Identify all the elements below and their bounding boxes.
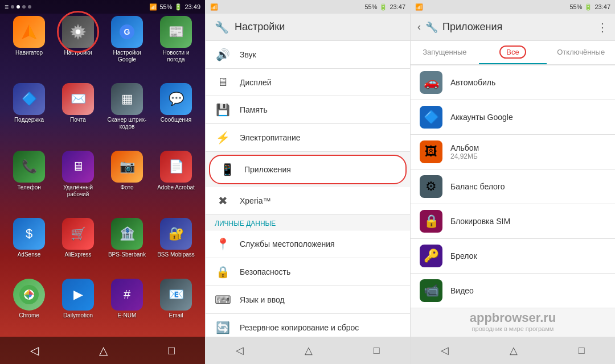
app-label-adsense: AdSense (18, 251, 41, 258)
app-label-aliexpress: AliExpress (64, 251, 91, 258)
apps-title: Приложения (442, 21, 592, 33)
app-item-navigator[interactable]: Навигатор (7, 16, 51, 78)
app-icon-bps: 🏦 (111, 218, 143, 250)
app-item-adsense[interactable]: $AdSense (7, 218, 51, 274)
app-label-settings-google: Настройки Google (105, 49, 149, 63)
app-icon-news: 📰 (160, 16, 192, 48)
app-label-enum: E-NUM (118, 312, 137, 319)
settings-item-1[interactable]: 🖥Дисплей (206, 69, 410, 96)
app-label-settings: Настройки (64, 49, 92, 56)
nav-bar-1: ◁ △ □ (0, 337, 205, 364)
dot1 (11, 5, 14, 9)
app-item-scanner[interactable]: ▦Сканер штрих-кодов (105, 83, 149, 146)
tab-отключённые[interactable]: Отключённые (547, 41, 615, 64)
app-list: 🚗Автомобиль🔷Аккаунты Google🖼Альбом24,92М… (411, 65, 615, 337)
app-label-scanner: Сканер штрих-кодов (105, 117, 149, 130)
more-options-icon[interactable]: ⋮ (597, 20, 608, 34)
back-arrow[interactable]: ‹ (417, 21, 421, 33)
settings-item-wrapper-4: 📱Приложения (206, 152, 410, 187)
app-item-settings[interactable]: Настройки (56, 16, 100, 78)
app-item-mail[interactable]: ✉️Почта (56, 83, 100, 146)
list-item-3[interactable]: ⚙Баланс белого (411, 169, 615, 204)
app-item-enum[interactable]: #E-NUM (105, 279, 149, 334)
settings-icon-3: ⚡ (215, 131, 231, 144)
list-info-4: Блокировка SIM (450, 217, 510, 226)
app-item-xperia[interactable]: 🔷Поддержка (7, 83, 51, 146)
settings-item-9[interactable]: 🔄Резервное копирование и сброс (206, 314, 410, 337)
list-icon-0: 🚗 (420, 71, 442, 94)
app-icon-settings (62, 16, 94, 48)
back-btn-2[interactable]: ◁ (236, 344, 244, 357)
app-label-news: Новости и погода (154, 49, 198, 63)
settings-item-3[interactable]: ⚡Электропитание (206, 124, 410, 152)
recents-btn-1[interactable]: □ (168, 344, 175, 357)
list-item-6[interactable]: 📹Видео (411, 274, 615, 308)
list-name-3: Баланс белого (450, 182, 505, 191)
list-icon-1: 🔷 (420, 106, 442, 129)
app-icon-dailymotion: ▶ (62, 279, 94, 311)
time-1: 23:49 (184, 3, 200, 10)
settings-icon-6: 📍 (215, 237, 231, 251)
settings-item-8[interactable]: ⌨Язык и ввод (206, 286, 410, 314)
settings-text-7: Безопасность (240, 267, 290, 276)
recents-btn-3[interactable]: □ (579, 345, 585, 357)
list-item-1[interactable]: 🔷Аккаунты Google (411, 100, 615, 135)
list-icon-5: 🔑 (420, 245, 442, 267)
list-info-6: Видео (450, 286, 474, 295)
tab-все[interactable]: Все (479, 41, 547, 64)
settings-item-2[interactable]: 💾Память (206, 96, 410, 124)
app-item-email[interactable]: 📧Email (154, 279, 198, 334)
settings-icon-7: 🔒 (215, 265, 231, 279)
app-item-sms[interactable]: 💬Сообщения (154, 83, 198, 146)
home-btn-1[interactable]: △ (99, 344, 108, 357)
back-btn-1[interactable]: ◁ (30, 344, 39, 357)
app-icon-chrome (13, 279, 45, 311)
app-item-bps[interactable]: 🏦BPS-Sberbank (105, 218, 149, 274)
home-btn-3[interactable]: △ (510, 344, 518, 357)
settings-item-7[interactable]: 🔒Безопасность (206, 258, 410, 286)
settings-icon-2: 💾 (215, 103, 231, 117)
settings-item-apps[interactable]: 📱Приложения (209, 155, 407, 184)
app-label-adobe: Adobe Acrobat (157, 184, 195, 191)
list-item-0[interactable]: 🚗Автомобиль (411, 65, 615, 100)
home-btn-2[interactable]: △ (305, 344, 313, 357)
settings-item-0[interactable]: 🔊Звук (206, 41, 410, 69)
list-info-0: Автомобиль (450, 78, 495, 87)
time-2: 23:47 (390, 3, 405, 10)
app-label-navigator: Навигатор (15, 49, 43, 56)
settings-item-6[interactable]: 📍Службы местоположения (206, 230, 410, 258)
back-btn-3[interactable]: ◁ (441, 344, 449, 357)
app-item-news[interactable]: 📰Новости и погода (154, 16, 198, 78)
battery-icon-2: 🔋 (379, 3, 387, 11)
app-label-xperia: Поддержка (14, 117, 44, 123)
list-item-4[interactable]: 🔒Блокировка SIM (411, 204, 615, 239)
tab-запущенные[interactable]: Запущенные (411, 41, 479, 64)
section-label-personal: ЛИЧНЫЕ ДАННЫЕ (206, 215, 410, 230)
app-icon-enum: # (111, 279, 143, 311)
app-item-chrome[interactable]: Chrome (7, 279, 51, 334)
app-item-adobe[interactable]: 📄Adobe Acrobat (154, 151, 198, 213)
status-bar-3: 📶 55% 🔋 23:47 (411, 0, 615, 14)
signal-icon-3: 📶 (415, 3, 423, 11)
app-item-aliexpress[interactable]: 🛒AliExpress (56, 218, 100, 274)
list-item-5[interactable]: 🔑Брелок (411, 239, 615, 274)
app-item-dailymotion[interactable]: ▶Dailymotion (56, 279, 100, 334)
list-item-2[interactable]: 🖼Альбом24,92МБ (411, 135, 615, 169)
settings-icon-1: 🖥 (215, 76, 231, 89)
app-item-settings-google[interactable]: GНастройки Google (105, 16, 149, 78)
app-item-bss[interactable]: 🔐BSS Mobipass (154, 218, 198, 274)
settings-text-apps: Приложения (244, 165, 291, 174)
settings-item-5[interactable]: ✖Xperia™ (206, 187, 410, 215)
status-left-1: ≡ (5, 3, 31, 11)
list-info-3: Баланс белого (450, 182, 505, 191)
app-icon-navigator (13, 16, 45, 48)
app-item-remote[interactable]: 🖥Удалённый рабочий (56, 151, 100, 213)
app-item-photo[interactable]: 📷Фото (105, 151, 149, 213)
list-icon-6: 📹 (420, 279, 442, 302)
battery-percent-1: 55% (159, 3, 172, 10)
recents-btn-2[interactable]: □ (374, 345, 380, 357)
app-item-phone[interactable]: 📞Телефон (7, 151, 51, 213)
app-label-dailymotion: Dailymotion (63, 312, 93, 319)
settings-text-5: Xperia™ (240, 196, 270, 205)
nav-bar-3: ◁ △ □ (411, 337, 615, 364)
